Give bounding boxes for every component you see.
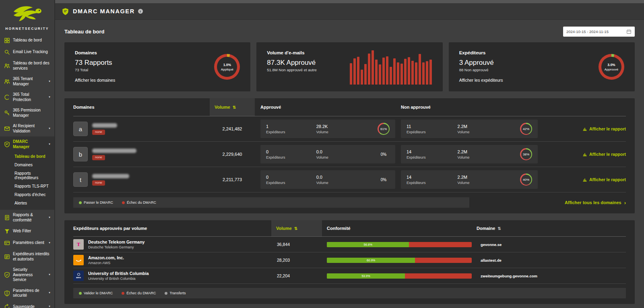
info-icon[interactable]: i bbox=[138, 9, 143, 14]
domain-policy-badge: none bbox=[92, 155, 105, 160]
email-volume-kpi-card: Volume d'e-mails 87.3K Approuvé 51.8M No… bbox=[256, 42, 442, 91]
show-report-link[interactable]: Afficher le rapport bbox=[582, 126, 626, 131]
sender-volume: 28,203 bbox=[271, 258, 322, 263]
sidebar-item-rapports-conformite[interactable]: Rapports & conformité▼ bbox=[0, 210, 54, 225]
sender-subtitle: Deutsche Telekom Germany bbox=[88, 245, 144, 249]
volume-bar bbox=[390, 67, 392, 85]
sender-subtitle: University of British Columbia bbox=[88, 277, 149, 281]
show-senders-link[interactable]: Afficher les expéditeurs bbox=[459, 78, 503, 83]
chevron-down-icon: ▼ bbox=[48, 80, 51, 83]
domains-table-header: Domaines Volume ⇅ Approuvé Non approuvé bbox=[73, 98, 626, 116]
list-icon bbox=[4, 254, 10, 260]
sender-domain: gevonne.se bbox=[477, 242, 626, 247]
show-report-link[interactable]: Afficher le rapport bbox=[582, 177, 626, 182]
brand-name: HORNETSECURITY bbox=[2, 27, 52, 31]
volume-bar bbox=[400, 64, 403, 85]
volume-approved: 87.3K Approuvé bbox=[267, 59, 317, 67]
dashboard-icon bbox=[4, 37, 10, 43]
sidebar-subitem-rapports-tls-rpt[interactable]: Rapports TLS-RPT bbox=[13, 182, 54, 190]
volume-bar bbox=[375, 60, 378, 85]
sidebar-item-tableau-de-bord-des-services[interactable]: Tableau de bord des services bbox=[0, 58, 54, 74]
volume-bar bbox=[426, 61, 428, 85]
domain-volume: 2,211,773 bbox=[210, 177, 255, 182]
approved-senders-panel: Expéditeurs approuvés par volume Volume … bbox=[64, 220, 635, 304]
domains-donut: 1.0% Appliqué bbox=[214, 54, 240, 80]
sidebar-subitem-rapports-d-echec[interactable]: Rapports d'échec bbox=[13, 190, 54, 199]
unapproved-stats: 14Expéditeurs 2.2MVolume 38% bbox=[401, 145, 538, 163]
circle-icon bbox=[4, 94, 10, 100]
shieldgrad-icon bbox=[4, 272, 10, 278]
brand: HORNETSECURITY bbox=[0, 0, 54, 32]
sender-row: ams University of British Columbia Unive… bbox=[73, 268, 626, 284]
users-icon bbox=[4, 79, 10, 85]
senders-donut-pct: 3.0% bbox=[607, 63, 615, 67]
sender-name: University of British Columbia bbox=[88, 271, 149, 276]
services-icon bbox=[4, 63, 10, 69]
senders-donut-label: Approuvé bbox=[605, 68, 618, 71]
domain-avatar: b bbox=[73, 147, 88, 161]
unapproved-volume: 2.2M bbox=[458, 175, 506, 180]
sidebar-item-365-total-protection[interactable]: 365 Total Protection▼ bbox=[0, 89, 54, 105]
sidebar-subitem-tableau-de-bord[interactable]: Tableau de bord bbox=[13, 152, 54, 161]
sidebar-item-web-filter[interactable]: Web Filter bbox=[0, 225, 54, 237]
approved-stats: 0Expéditeurs 0.0Volume 0% bbox=[260, 145, 395, 163]
volume-bar bbox=[408, 57, 410, 85]
domains-panel: Domaines Volume ⇅ Approuvé Non approuvé … bbox=[64, 98, 635, 213]
kpi-cards: Domaines 73 Rapports 73 Total Afficher l… bbox=[64, 42, 635, 91]
domain-row: b none 2,229,640 0Expéditeurs 0.0Volume … bbox=[73, 142, 626, 167]
sidebar-item-parametres-client[interactable]: Paramètres client▼ bbox=[0, 237, 54, 249]
unapproved-pct-ring: 40% bbox=[520, 174, 532, 186]
compliance-bar: 53.9% bbox=[327, 273, 472, 279]
sidebar-item-dmarc-manager[interactable]: DMARC Manager▼ bbox=[0, 136, 54, 152]
sidebar-item-365-permission-manager[interactable]: 365 Permission Manager bbox=[0, 105, 54, 121]
sidebar-item-sauvegarde[interactable]: Sauvegarde▼ bbox=[0, 301, 54, 308]
report-chart-icon bbox=[582, 177, 587, 182]
sidebar: HORNETSECURITY Tableau de bordEmail Live… bbox=[0, 0, 55, 308]
approved-pct: 0% bbox=[378, 152, 390, 157]
approved-volume: 0.0 bbox=[316, 175, 363, 180]
show-domains-link[interactable]: Afficher les domaines bbox=[75, 78, 115, 83]
domain-volume: 2,229,640 bbox=[210, 152, 255, 157]
approved-senders-count: 0 bbox=[266, 175, 313, 180]
col-domain-sort[interactable]: Domaine ⇅ bbox=[477, 220, 626, 236]
sidebar-item-email-live-tracking[interactable]: Email Live Tracking bbox=[0, 46, 54, 58]
volume-bar bbox=[415, 62, 417, 85]
legend-item-passer-le-dmarc: Passer le DMARC bbox=[79, 201, 113, 205]
date-range-value: 2024-10-15 - 2024-11-15 bbox=[566, 29, 609, 34]
volume-bar bbox=[361, 70, 363, 85]
domain-row: a none 2,241,482 1Expéditeurs 28.2KVolum… bbox=[73, 116, 626, 142]
sender-name: Deutsche Telekom Germany bbox=[88, 240, 144, 244]
show-all-domains-link[interactable]: Afficher tous les domaines › bbox=[565, 200, 626, 206]
volume-bar bbox=[364, 64, 367, 85]
show-report-link[interactable]: Afficher le rapport bbox=[582, 152, 626, 157]
unapproved-volume: 2.2M bbox=[458, 149, 506, 154]
col-compliance: Conformité bbox=[327, 220, 472, 236]
unapproved-pct-ring: 38% bbox=[520, 148, 532, 160]
date-range-picker[interactable]: 2024-10-15 - 2024-11-15 bbox=[563, 27, 635, 37]
chevron-down-icon: ▼ bbox=[48, 143, 51, 146]
approved-senders-count: 1 bbox=[266, 124, 313, 129]
domains-kpi-card: Domaines 73 Rapports 73 Total Afficher l… bbox=[64, 42, 250, 91]
sender-name: Amazon.com, Inc. bbox=[88, 255, 124, 260]
senders-approved: 3 Approuvé bbox=[459, 59, 503, 67]
sidebar-item-tableau-de-bord[interactable]: Tableau de bord bbox=[0, 35, 54, 46]
domain-avatar: a bbox=[73, 122, 88, 136]
email-volume-chart bbox=[350, 49, 432, 85]
sidebar-item-365-tenant-manager[interactable]: 365 Tenant Manager▼ bbox=[0, 74, 54, 89]
compliance-pct: 60.9% bbox=[367, 258, 375, 262]
volume-bar bbox=[372, 50, 374, 85]
sidebar-subitem-alertes[interactable]: Alertes bbox=[13, 199, 54, 207]
app-title: DMARC MANAGER bbox=[73, 8, 135, 14]
approved-stats: 1Expéditeurs 28.2KVolume 61% bbox=[260, 120, 395, 138]
sidebar-item-ai-recipient-validation[interactable]: AI Recipient Validation▼ bbox=[0, 121, 54, 136]
sidebar-item-security-awareness-service[interactable]: Security Awareness Service▼ bbox=[0, 265, 54, 285]
sidebar-item-parametres-de-securite[interactable]: Paramètres de sécurité▼ bbox=[0, 285, 54, 301]
sidebar-item-expediteurs-interdits-et-autorises[interactable]: Expéditeurs interdits et autorisés bbox=[0, 249, 54, 265]
sidebar-subitem-domaines[interactable]: Domaines bbox=[13, 161, 54, 169]
compliance-pct: 53.9% bbox=[361, 274, 370, 278]
col-sender-volume-sort[interactable]: Volume ⇅ bbox=[271, 220, 322, 236]
col-volume-sort[interactable]: Volume ⇅ bbox=[210, 98, 255, 116]
col-domains: Domaines bbox=[73, 98, 204, 116]
sidebar-subitem-rapports-d-expediteurs[interactable]: Rapports d'expéditeurs bbox=[13, 169, 54, 182]
unapproved-senders-count: 14 bbox=[407, 149, 454, 154]
